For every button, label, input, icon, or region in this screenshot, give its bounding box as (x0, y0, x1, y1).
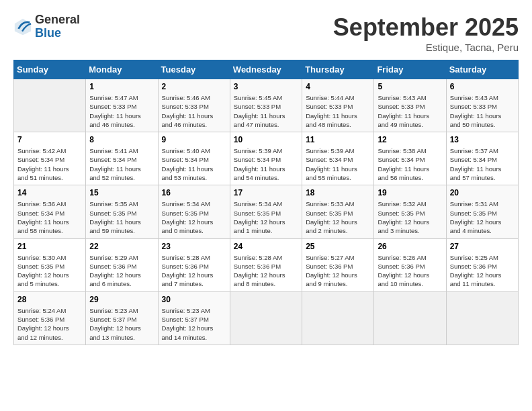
svg-marker-0 (15, 19, 31, 35)
day-number: 2 (162, 82, 226, 91)
day-number: 26 (378, 242, 442, 251)
calendar-header: SundayMondayTuesdayWednesdayThursdayFrid… (14, 60, 519, 79)
header-day-sunday: Sunday (14, 60, 86, 79)
calendar-cell: 1Sunrise: 5:47 AM Sunset: 5:33 PM Daylig… (86, 79, 158, 132)
calendar-cell: 22Sunrise: 5:29 AM Sunset: 5:36 PM Dayli… (86, 238, 158, 291)
day-info: Sunrise: 5:39 AM Sunset: 5:34 PM Dayligh… (306, 146, 370, 182)
day-number: 12 (378, 135, 442, 144)
header-day-wednesday: Wednesday (230, 60, 302, 79)
day-number: 6 (450, 82, 515, 91)
day-info: Sunrise: 5:35 AM Sunset: 5:35 PM Dayligh… (89, 199, 154, 235)
day-number: 11 (306, 135, 370, 144)
day-info: Sunrise: 5:47 AM Sunset: 5:33 PM Dayligh… (89, 93, 154, 129)
calendar-cell: 20Sunrise: 5:31 AM Sunset: 5:35 PM Dayli… (446, 185, 518, 238)
calendar-cell: 29Sunrise: 5:23 AM Sunset: 5:37 PM Dayli… (86, 291, 158, 345)
day-number: 15 (89, 188, 154, 197)
calendar-body: 1Sunrise: 5:47 AM Sunset: 5:33 PM Daylig… (14, 79, 519, 345)
day-number: 8 (89, 135, 154, 144)
calendar-cell: 24Sunrise: 5:28 AM Sunset: 5:36 PM Dayli… (230, 238, 302, 291)
calendar-cell (230, 291, 302, 345)
day-info: Sunrise: 5:34 AM Sunset: 5:35 PM Dayligh… (234, 199, 298, 235)
day-info: Sunrise: 5:29 AM Sunset: 5:36 PM Dayligh… (89, 253, 154, 289)
day-info: Sunrise: 5:23 AM Sunset: 5:37 PM Dayligh… (89, 306, 154, 342)
header-day-tuesday: Tuesday (158, 60, 230, 79)
day-info: Sunrise: 5:43 AM Sunset: 5:33 PM Dayligh… (450, 93, 515, 129)
calendar-cell: 27Sunrise: 5:25 AM Sunset: 5:36 PM Dayli… (446, 238, 518, 291)
calendar-table: SundayMondayTuesdayWednesdayThursdayFrid… (13, 60, 519, 345)
location-text: Estique, Tacna, Peru (333, 42, 519, 53)
day-number: 5 (378, 82, 442, 91)
logo: General Blue (13, 13, 80, 40)
calendar-cell: 25Sunrise: 5:27 AM Sunset: 5:36 PM Dayli… (302, 238, 374, 291)
day-number: 29 (89, 295, 154, 304)
day-number: 1 (89, 82, 154, 91)
day-info: Sunrise: 5:40 AM Sunset: 5:34 PM Dayligh… (162, 146, 226, 182)
calendar-cell: 12Sunrise: 5:38 AM Sunset: 5:34 PM Dayli… (374, 132, 446, 185)
calendar-cell: 7Sunrise: 5:42 AM Sunset: 5:34 PM Daylig… (14, 132, 86, 185)
calendar-cell: 4Sunrise: 5:44 AM Sunset: 5:33 PM Daylig… (302, 79, 374, 132)
day-number: 4 (306, 82, 370, 91)
week-row-1: 1Sunrise: 5:47 AM Sunset: 5:33 PM Daylig… (14, 79, 519, 132)
day-number: 16 (162, 188, 226, 197)
calendar-cell: 30Sunrise: 5:23 AM Sunset: 5:37 PM Dayli… (158, 291, 230, 345)
calendar-cell: 16Sunrise: 5:34 AM Sunset: 5:35 PM Dayli… (158, 185, 230, 238)
day-number: 17 (234, 188, 298, 197)
day-number: 22 (89, 242, 154, 251)
day-number: 13 (450, 135, 515, 144)
day-info: Sunrise: 5:33 AM Sunset: 5:35 PM Dayligh… (306, 199, 370, 235)
week-row-2: 7Sunrise: 5:42 AM Sunset: 5:34 PM Daylig… (14, 132, 519, 185)
day-number: 10 (234, 135, 298, 144)
day-number: 19 (378, 188, 442, 197)
day-info: Sunrise: 5:41 AM Sunset: 5:34 PM Dayligh… (89, 146, 154, 182)
header-row: SundayMondayTuesdayWednesdayThursdayFrid… (14, 60, 519, 79)
calendar-cell: 6Sunrise: 5:43 AM Sunset: 5:33 PM Daylig… (446, 79, 518, 132)
title-block: September 2025 Estique, Tacna, Peru (333, 13, 519, 53)
page-header: General Blue September 2025 Estique, Tac… (13, 13, 519, 53)
logo-blue-text: Blue (35, 27, 80, 40)
calendar-cell (374, 291, 446, 345)
header-day-saturday: Saturday (446, 60, 518, 79)
day-info: Sunrise: 5:24 AM Sunset: 5:36 PM Dayligh… (17, 306, 82, 342)
week-row-5: 28Sunrise: 5:24 AM Sunset: 5:36 PM Dayli… (14, 291, 519, 345)
header-day-monday: Monday (86, 60, 158, 79)
calendar-cell: 13Sunrise: 5:37 AM Sunset: 5:34 PM Dayli… (446, 132, 518, 185)
day-info: Sunrise: 5:45 AM Sunset: 5:33 PM Dayligh… (234, 93, 298, 129)
day-number: 14 (17, 188, 82, 197)
calendar-cell: 21Sunrise: 5:30 AM Sunset: 5:35 PM Dayli… (14, 238, 86, 291)
day-number: 9 (162, 135, 226, 144)
calendar-cell: 19Sunrise: 5:32 AM Sunset: 5:35 PM Dayli… (374, 185, 446, 238)
logo-icon (13, 17, 32, 36)
header-day-friday: Friday (374, 60, 446, 79)
week-row-4: 21Sunrise: 5:30 AM Sunset: 5:35 PM Dayli… (14, 238, 519, 291)
day-number: 18 (306, 188, 370, 197)
day-info: Sunrise: 5:25 AM Sunset: 5:36 PM Dayligh… (450, 253, 515, 289)
header-day-thursday: Thursday (302, 60, 374, 79)
calendar-cell: 11Sunrise: 5:39 AM Sunset: 5:34 PM Dayli… (302, 132, 374, 185)
day-info: Sunrise: 5:46 AM Sunset: 5:33 PM Dayligh… (162, 93, 226, 129)
calendar-cell: 10Sunrise: 5:39 AM Sunset: 5:34 PM Dayli… (230, 132, 302, 185)
calendar-cell: 9Sunrise: 5:40 AM Sunset: 5:34 PM Daylig… (158, 132, 230, 185)
day-info: Sunrise: 5:37 AM Sunset: 5:34 PM Dayligh… (450, 146, 515, 182)
logo-text: General Blue (35, 13, 80, 40)
calendar-cell (302, 291, 374, 345)
day-number: 21 (17, 242, 82, 251)
calendar-cell: 5Sunrise: 5:43 AM Sunset: 5:33 PM Daylig… (374, 79, 446, 132)
calendar-cell: 18Sunrise: 5:33 AM Sunset: 5:35 PM Dayli… (302, 185, 374, 238)
day-info: Sunrise: 5:36 AM Sunset: 5:34 PM Dayligh… (17, 199, 82, 235)
logo-general-text: General (35, 13, 80, 27)
day-info: Sunrise: 5:31 AM Sunset: 5:35 PM Dayligh… (450, 199, 515, 235)
day-info: Sunrise: 5:34 AM Sunset: 5:35 PM Dayligh… (162, 199, 226, 235)
day-info: Sunrise: 5:39 AM Sunset: 5:34 PM Dayligh… (234, 146, 298, 182)
month-title: September 2025 (333, 13, 519, 42)
calendar-cell: 14Sunrise: 5:36 AM Sunset: 5:34 PM Dayli… (14, 185, 86, 238)
day-number: 7 (17, 135, 82, 144)
calendar-cell: 8Sunrise: 5:41 AM Sunset: 5:34 PM Daylig… (86, 132, 158, 185)
calendar-cell: 15Sunrise: 5:35 AM Sunset: 5:35 PM Dayli… (86, 185, 158, 238)
day-info: Sunrise: 5:28 AM Sunset: 5:36 PM Dayligh… (234, 253, 298, 289)
day-info: Sunrise: 5:38 AM Sunset: 5:34 PM Dayligh… (378, 146, 442, 182)
day-number: 27 (450, 242, 515, 251)
day-info: Sunrise: 5:30 AM Sunset: 5:35 PM Dayligh… (17, 253, 82, 289)
day-number: 30 (162, 295, 226, 304)
day-info: Sunrise: 5:42 AM Sunset: 5:34 PM Dayligh… (17, 146, 82, 182)
calendar-cell: 2Sunrise: 5:46 AM Sunset: 5:33 PM Daylig… (158, 79, 230, 132)
